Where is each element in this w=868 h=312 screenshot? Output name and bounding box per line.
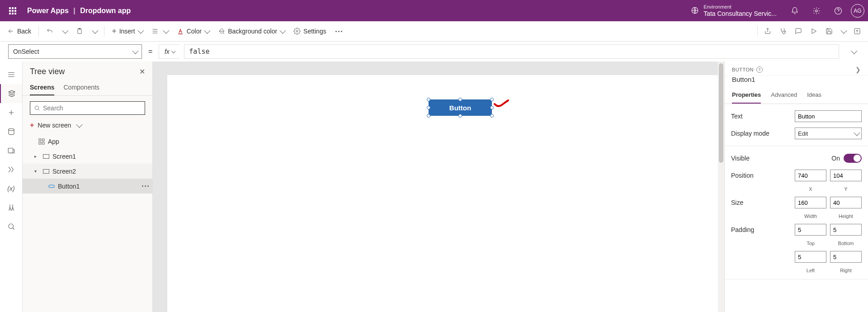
tab-screens[interactable]: Screens — [30, 80, 54, 95]
scrollbar-vertical[interactable] — [718, 61, 724, 312]
search-icon — [34, 105, 40, 111]
tools-rail-icon[interactable] — [0, 198, 22, 217]
fx-button[interactable]: fx — [159, 44, 179, 59]
formula-input[interactable] — [184, 44, 839, 59]
position-x-input[interactable] — [795, 170, 826, 181]
environment-selector[interactable]: Environment Tata Consultancy Servic... — [691, 4, 782, 18]
user-avatar[interactable]: AG — [851, 4, 864, 18]
padding-left-input[interactable] — [795, 251, 826, 263]
settings-button[interactable]: Settings — [290, 23, 330, 39]
red-annotation-icon — [494, 99, 509, 108]
app-title: Power Apps | Dropdown app — [27, 7, 131, 15]
visible-toggle[interactable] — [844, 154, 862, 163]
node-more-icon[interactable] — [142, 185, 149, 187]
equals-sign: = — [146, 47, 154, 56]
color-button[interactable]: Color — [173, 23, 212, 39]
tab-components[interactable]: Components — [63, 80, 99, 95]
screen-icon — [42, 153, 50, 160]
chevron-right-icon[interactable]: ▸ — [34, 154, 40, 159]
gear-icon — [293, 28, 301, 35]
insert-button[interactable]: + Insert — [108, 23, 146, 39]
svg-rect-17 — [49, 185, 54, 187]
help-icon[interactable] — [829, 2, 847, 20]
font-color-icon — [177, 28, 184, 35]
tree-node-app[interactable]: App — [23, 134, 152, 149]
comments-button[interactable] — [791, 23, 806, 39]
tree-view-icon[interactable] — [0, 84, 22, 103]
undo-split[interactable] — [59, 23, 71, 39]
play-icon — [810, 28, 817, 35]
hamburger-icon[interactable] — [0, 65, 22, 84]
save-button[interactable] — [822, 23, 836, 39]
notifications-icon[interactable] — [786, 2, 804, 20]
media-rail-icon[interactable] — [0, 141, 22, 160]
canvas[interactable]: Button — [153, 61, 724, 312]
app-header: Power Apps | Dropdown app Environment Ta… — [0, 0, 868, 21]
property-selector[interactable]: OnSelect — [8, 44, 142, 59]
tab-advanced[interactable]: Advanced — [771, 88, 797, 104]
prop-displaymode-select[interactable]: Edit — [795, 128, 862, 139]
prop-text-input[interactable] — [795, 110, 862, 122]
position-y-input[interactable] — [830, 170, 862, 181]
globe-icon — [691, 6, 699, 14]
collapse-panel-icon[interactable]: ❯ — [855, 66, 861, 73]
settings-icon[interactable] — [807, 2, 826, 20]
size-width-input[interactable] — [795, 197, 826, 208]
help-icon[interactable]: ? — [756, 66, 763, 73]
tab-properties[interactable]: Properties — [732, 88, 761, 104]
tab-ideas[interactable]: Ideas — [807, 88, 821, 104]
svg-rect-14 — [42, 139, 44, 141]
left-rail: (x) — [0, 61, 23, 312]
chevron-down-icon[interactable]: ▾ — [34, 169, 40, 174]
screen-icon — [42, 168, 50, 175]
new-screen-button[interactable]: + New screen — [23, 118, 152, 134]
flows-rail-icon[interactable] — [0, 160, 22, 179]
size-height-input[interactable] — [830, 197, 862, 208]
prop-padding-label: Padding — [731, 226, 795, 233]
tree-node-button1[interactable]: Button1 — [23, 179, 152, 194]
data-rail-icon[interactable] — [0, 122, 22, 141]
play-button[interactable] — [807, 23, 821, 39]
tree-search-input[interactable] — [43, 104, 141, 112]
save-split[interactable] — [837, 23, 849, 39]
back-button[interactable]: Back — [4, 23, 35, 39]
canvas-button-control[interactable]: Button — [429, 99, 492, 116]
more-commands[interactable] — [332, 23, 346, 39]
padding-bottom-input[interactable] — [830, 224, 862, 236]
save-icon — [826, 28, 833, 35]
button-icon — [48, 183, 55, 190]
expand-formula-icon[interactable] — [847, 45, 860, 58]
padding-top-input[interactable] — [795, 224, 826, 236]
prop-position-label: Position — [731, 172, 795, 179]
undo-button[interactable] — [42, 23, 57, 39]
paste-split[interactable] — [89, 23, 100, 39]
clipboard-icon — [76, 28, 83, 35]
svg-rect-10 — [8, 148, 13, 153]
tree-search[interactable] — [30, 101, 145, 115]
app-launcher-icon[interactable] — [4, 2, 22, 20]
svg-point-9 — [9, 128, 14, 131]
svg-point-12 — [35, 106, 38, 109]
share-button[interactable] — [760, 23, 775, 39]
stethoscope-icon — [779, 28, 787, 35]
insert-rail-icon[interactable] — [0, 103, 22, 122]
list-button[interactable] — [148, 23, 171, 39]
checker-button[interactable] — [776, 23, 790, 39]
tree-node-screen1[interactable]: ▸ Screen1 — [23, 149, 152, 164]
search-rail-icon[interactable] — [0, 217, 22, 236]
prop-text-label: Text — [731, 113, 795, 120]
svg-rect-5 — [178, 33, 182, 34]
tree-node-screen2[interactable]: ▾ Screen2 — [23, 164, 152, 179]
close-panel-icon[interactable]: ✕ — [139, 67, 145, 76]
publish-button[interactable] — [850, 23, 864, 39]
paste-button[interactable] — [72, 23, 87, 39]
app-icon — [38, 138, 45, 145]
publish-icon — [854, 28, 861, 35]
list-icon — [151, 28, 159, 35]
plus-icon: + — [30, 121, 34, 129]
padding-right-input[interactable] — [830, 251, 862, 263]
svg-rect-16 — [42, 142, 44, 144]
control-type-label: BUTTON — [732, 67, 754, 72]
variables-rail-icon[interactable]: (x) — [0, 179, 22, 198]
bgcolor-button[interactable]: Background color — [214, 23, 288, 39]
